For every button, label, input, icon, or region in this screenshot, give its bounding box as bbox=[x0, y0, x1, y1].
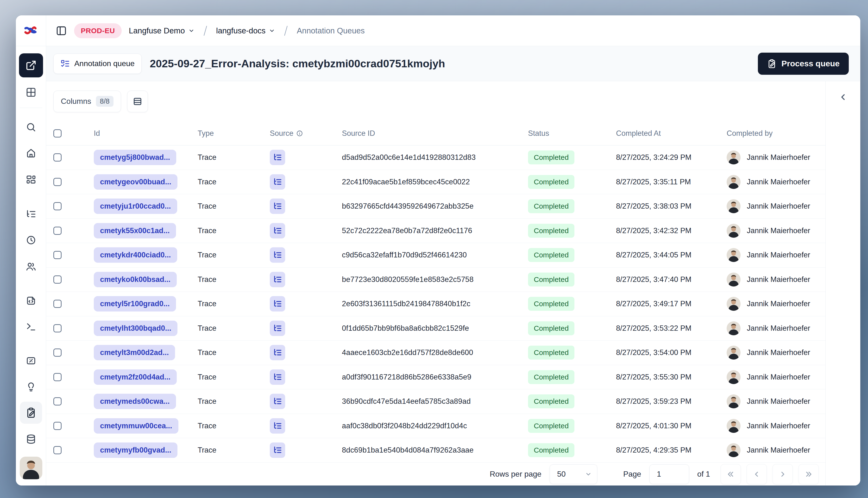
column-header-id: Id bbox=[94, 129, 198, 138]
item-id-badge[interactable]: cmetykdr400ciad0... bbox=[94, 247, 177, 263]
item-id-badge[interactable]: cmetyko0k00bsad... bbox=[94, 272, 177, 287]
list-tree-icon bbox=[273, 275, 282, 284]
square-percent-icon[interactable] bbox=[26, 355, 36, 366]
item-id-badge[interactable]: cmetyg5j800bwad... bbox=[94, 150, 176, 165]
breadcrumb-org[interactable]: Langfuse Demo bbox=[129, 26, 195, 35]
table-row[interactable]: cmetymyfb00gvad... Trace 8dc69b1ba1e540b… bbox=[46, 438, 826, 463]
table-row[interactable]: cmetymmuw00cea... Trace aaf0c38db0f3f204… bbox=[46, 414, 826, 438]
row-checkbox[interactable] bbox=[53, 300, 62, 308]
source-trace-link[interactable] bbox=[270, 418, 285, 434]
info-icon[interactable] bbox=[296, 130, 303, 137]
row-checkbox[interactable] bbox=[53, 446, 62, 454]
avatar bbox=[727, 273, 741, 287]
panel-collapse-button[interactable] bbox=[836, 90, 850, 104]
row-checkbox[interactable] bbox=[53, 397, 62, 405]
item-type: Trace bbox=[198, 446, 216, 455]
item-id-badge[interactable]: cmetymyfb00gvad... bbox=[94, 443, 178, 458]
grid-icon[interactable] bbox=[26, 87, 36, 97]
table-row[interactable]: cmetykdr400ciad0... Trace c9d56ca32efaff… bbox=[46, 243, 826, 267]
list-tree-icon bbox=[273, 178, 282, 186]
row-checkbox[interactable] bbox=[53, 324, 62, 332]
status-badge: Completed bbox=[528, 419, 574, 433]
database-icon[interactable] bbox=[26, 434, 36, 444]
table-row[interactable]: cmetyl5r100grad0... Trace 2e603f31361115… bbox=[46, 292, 826, 316]
table-row[interactable]: cmetym2fz00d4ad... Trace a0df3f901167218… bbox=[46, 365, 826, 390]
first-page-button[interactable] bbox=[721, 464, 741, 484]
item-id-badge[interactable]: cmetymmuw00cea... bbox=[94, 418, 178, 434]
previous-page-button[interactable] bbox=[747, 464, 767, 484]
list-tree-icon[interactable] bbox=[26, 209, 36, 220]
lightbulb-icon[interactable] bbox=[26, 381, 36, 392]
environment-badge[interactable]: PROD-EU bbox=[74, 23, 122, 38]
item-id-badge[interactable]: cmetyju1r00ccad0... bbox=[94, 198, 177, 214]
source-trace-link[interactable] bbox=[270, 198, 285, 214]
table-row[interactable]: cmetygeov00buad... Trace 22c41f09acae5b1… bbox=[46, 170, 826, 194]
completed-by-name: Jannik Maierhoefer bbox=[747, 397, 810, 406]
table-row[interactable]: cmetyju1r00ccad0... Trace b63297665cfd44… bbox=[46, 194, 826, 219]
row-checkbox[interactable] bbox=[53, 202, 62, 210]
item-id-badge[interactable]: cmetymeds00cwa... bbox=[94, 394, 176, 409]
home-icon[interactable] bbox=[26, 148, 36, 158]
source-trace-link[interactable] bbox=[270, 394, 285, 409]
process-queue-button[interactable]: Process queue bbox=[758, 53, 849, 75]
table-toolbar: Columns 8/8 bbox=[46, 81, 826, 121]
list-tree-icon bbox=[273, 226, 282, 235]
item-id-badge[interactable]: cmetygeov00buad... bbox=[94, 174, 178, 189]
row-checkbox[interactable] bbox=[53, 349, 62, 357]
source-trace-link[interactable] bbox=[270, 150, 285, 165]
item-id-badge[interactable]: cmetym2fz00d4ad... bbox=[94, 369, 177, 385]
users-icon[interactable] bbox=[26, 261, 36, 272]
source-trace-link[interactable] bbox=[270, 247, 285, 263]
table-row[interactable]: cmetylt3m00d2ad... Trace 4aaece1603cb2e1… bbox=[46, 341, 826, 365]
table-row[interactable]: cmetyk55x00c1ad... Trace 52c72c2222ea78e… bbox=[46, 219, 826, 243]
row-checkbox[interactable] bbox=[53, 178, 62, 186]
search-icon[interactable] bbox=[26, 122, 36, 132]
source-id: 22c41f09acae5b1ef859bcec45ce0022 bbox=[342, 178, 470, 186]
item-id-badge[interactable]: cmetylht300bqad0... bbox=[94, 320, 178, 336]
row-checkbox[interactable] bbox=[53, 373, 62, 381]
sidebar-collapse-icon[interactable] bbox=[56, 25, 67, 36]
row-checkbox[interactable] bbox=[53, 275, 62, 284]
item-id-badge[interactable]: cmetyk55x00c1ad... bbox=[94, 223, 176, 238]
item-type: Trace bbox=[198, 178, 216, 186]
clock-icon[interactable] bbox=[26, 235, 36, 245]
breadcrumb-project[interactable]: langfuse-docs bbox=[216, 26, 275, 35]
source-id: b63297665cfd4439592649672abb325e bbox=[342, 202, 474, 211]
layout-dashboard-icon[interactable] bbox=[26, 174, 36, 185]
row-checkbox[interactable] bbox=[53, 251, 62, 259]
next-page-button[interactable] bbox=[773, 464, 793, 484]
rows-per-page-select[interactable]: 50 bbox=[550, 464, 597, 484]
table-row[interactable]: cmetylht300bqad0... Trace 0f1dd65b7bb9bf… bbox=[46, 316, 826, 341]
page-number-input[interactable] bbox=[649, 464, 689, 484]
user-avatar[interactable] bbox=[20, 457, 42, 479]
row-checkbox[interactable] bbox=[53, 153, 62, 161]
source-trace-link[interactable] bbox=[270, 223, 285, 238]
langfuse-logo-icon[interactable] bbox=[24, 25, 38, 36]
page-label: Page bbox=[623, 470, 641, 479]
source-trace-link[interactable] bbox=[270, 443, 285, 458]
table-header-row: Id Type Source Source ID Status Complete… bbox=[46, 121, 826, 145]
rail-divider bbox=[20, 108, 42, 108]
columns-button[interactable]: Columns 8/8 bbox=[53, 91, 121, 112]
row-height-button[interactable] bbox=[127, 91, 148, 112]
source-trace-link[interactable] bbox=[270, 272, 285, 287]
source-trace-link[interactable] bbox=[270, 345, 285, 360]
item-id-badge[interactable]: cmetylt3m00d2ad... bbox=[94, 345, 175, 360]
row-checkbox[interactable] bbox=[53, 227, 62, 235]
chevron-left-icon bbox=[753, 470, 761, 478]
table-row[interactable]: cmetymeds00cwa... Trace 36b90cdfc47e5da1… bbox=[46, 389, 826, 414]
file-code-icon[interactable] bbox=[26, 296, 36, 306]
last-page-button[interactable] bbox=[799, 464, 819, 484]
table-row[interactable]: cmetyko0k00bsad... Trace be7723e30d80205… bbox=[46, 267, 826, 292]
source-trace-link[interactable] bbox=[270, 320, 285, 336]
terminal-icon[interactable] bbox=[26, 322, 36, 332]
select-all-checkbox[interactable] bbox=[53, 129, 62, 137]
source-trace-link[interactable] bbox=[270, 369, 285, 385]
clipboard-pen-icon[interactable] bbox=[20, 402, 42, 424]
item-id-badge[interactable]: cmetyl5r100grad0... bbox=[94, 296, 176, 312]
row-checkbox[interactable] bbox=[53, 422, 62, 430]
source-trace-link[interactable] bbox=[270, 174, 285, 189]
table-row[interactable]: cmetyg5j800bwad... Trace d5ad9d52a00c6e1… bbox=[46, 145, 826, 170]
external-link-icon[interactable] bbox=[19, 53, 43, 77]
source-trace-link[interactable] bbox=[270, 296, 285, 312]
